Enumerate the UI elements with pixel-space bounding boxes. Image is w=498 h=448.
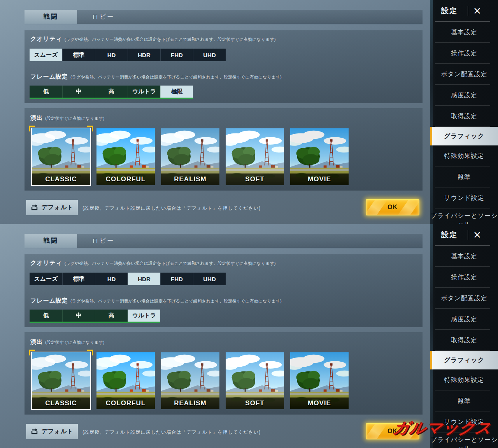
preset-section-header: 演出(設定後すぐに有効になります) (30, 338, 104, 346)
quality-option[interactable]: HD (95, 273, 128, 285)
preset-label: REALISM (161, 173, 219, 185)
sidebar-item-privacy[interactable]: プライバシーとソーシャル (430, 432, 498, 448)
preset-label: CLASSIC (32, 173, 90, 185)
sidebar-item-crosshair[interactable]: 照準 (430, 390, 498, 411)
preset-label: SOFT (226, 173, 284, 185)
sidebar-item-button-layout[interactable]: ボタン配置設定 (430, 288, 498, 309)
frame-options: 低中高ウルトラ極限 (30, 86, 193, 98)
sidebar-item-special-effects[interactable]: 特殊効果設定 (430, 369, 498, 390)
frame-option[interactable]: 高 (95, 310, 128, 322)
sidebar-item-sensitivity[interactable]: 感度設定 (430, 309, 498, 330)
close-icon[interactable]: ✕ (473, 230, 481, 240)
sidebar-item-basic[interactable]: 基本設定 (430, 22, 498, 43)
tab-battle[interactable]: 戦闘 (25, 10, 77, 24)
frame-note: (ラグや発熱、バッテリー消費が多い場合は設定を下げることで緩和されます。設定後す… (70, 75, 282, 79)
quality-option[interactable]: スムーズ (30, 49, 62, 61)
default-button-label: デフォルト (42, 204, 74, 211)
preset-label: CLASSIC (32, 397, 90, 409)
frame-section-header: フレーム設定(ラグや発熱、バッテリー消費が多い場合は設定を下げることで緩和されま… (30, 73, 282, 80)
footer-note: (設定後、デフォルト設定に戻したい場合は「デフォルト」を押してください) (82, 429, 261, 436)
frame-label: フレーム設定 (30, 73, 68, 80)
quality-note: (ラグや発熱、バッテリー消費が多い場合は設定を下げることで緩和されます。設定後す… (65, 37, 276, 42)
sidebar-item-controls[interactable]: 操作設定 (430, 43, 498, 64)
quality-note: (ラグや発熱、バッテリー消費が多い場合は設定を下げることで緩和されます。設定後す… (65, 261, 276, 266)
preset-panel: 演出(設定後すぐに有効になります) (25, 108, 423, 191)
quality-options: スムーズ標準HDHDRFHDUHD (30, 273, 226, 285)
default-button[interactable]: デフォルト (26, 424, 78, 439)
quality-option[interactable]: HDR (128, 49, 160, 61)
frame-option[interactable]: 中 (62, 86, 95, 98)
tab-bar: 戦闘ロビー (25, 10, 423, 24)
quality-label: クオリティ (30, 259, 62, 266)
ok-button[interactable]: OK (366, 199, 419, 215)
settings-title: 設定 (441, 230, 458, 240)
preset-label: SOFT (226, 397, 284, 409)
sidebar-item-pickup[interactable]: 取得設定 (430, 106, 498, 127)
quality-option[interactable]: 標準 (62, 49, 95, 61)
sidebar-item-graphics[interactable]: グラフィック (430, 351, 498, 369)
quality-option[interactable]: FHD (160, 273, 193, 285)
tab-battle[interactable]: 戦闘 (25, 234, 77, 248)
frame-section-header: フレーム設定(ラグや発熱、バッテリー消費が多い場合は設定を下げることで緩和されま… (30, 297, 282, 304)
preset-card-colorful[interactable]: COLORFUL (96, 128, 156, 186)
quality-option[interactable]: HDR (128, 273, 160, 285)
sidebar-item-sound[interactable]: サウンド設定 (430, 411, 498, 432)
quality-option[interactable]: UHD (193, 273, 226, 285)
frame-note: (ラグや発熱、バッテリー消費が多い場合は設定を下げることで緩和されます。設定後す… (70, 299, 282, 303)
sidebar-menu: 基本設定操作設定ボタン配置設定感度設定取得設定グラフィック特殊効果設定照準サウン… (430, 246, 498, 448)
frame-option[interactable]: 低 (30, 86, 62, 98)
preset-card-realism[interactable]: REALISM (160, 352, 220, 410)
frame-option[interactable]: 高 (95, 86, 128, 98)
quality-section-header: クオリティ(ラグや発熱、バッテリー消費が多い場合は設定を下げることで緩和されます… (30, 35, 275, 43)
ok-button-label: OK (388, 204, 398, 210)
preset-card-soft[interactable]: SOFT (225, 128, 285, 186)
preset-card-soft[interactable]: SOFT (225, 352, 285, 410)
sidebar-item-pickup[interactable]: 取得設定 (430, 330, 498, 351)
frame-option[interactable]: ウルトラ (128, 86, 160, 98)
frame-option[interactable]: ウルトラ (128, 310, 160, 322)
sidebar-item-button-layout[interactable]: ボタン配置設定 (430, 64, 498, 85)
preset-card-realism[interactable]: REALISM (160, 128, 220, 186)
tab-lobby[interactable]: ロビー (77, 10, 130, 24)
quality-label: クオリティ (30, 35, 62, 42)
sidebar-item-crosshair[interactable]: 照準 (430, 166, 498, 187)
frame-option[interactable]: 低 (30, 310, 62, 322)
settings-sidebar: 設定 ✕ 基本設定操作設定ボタン配置設定感度設定取得設定グラフィック特殊効果設定… (430, 224, 498, 448)
header-divider (468, 6, 468, 16)
preset-card-colorful[interactable]: COLORFUL (96, 352, 156, 410)
default-button[interactable]: デフォルト (26, 200, 78, 215)
ok-button[interactable]: OK (366, 423, 419, 439)
tab-lobby[interactable]: ロビー (77, 234, 130, 248)
quality-section-header: クオリティ(ラグや発熱、バッテリー消費が多い場合は設定を下げることで緩和されます… (30, 259, 275, 267)
frame-option[interactable]: 中 (62, 310, 95, 322)
quality-option[interactable]: FHD (160, 49, 193, 61)
preset-panel: 演出(設定後すぐに有効になります) (25, 332, 423, 415)
quality-option[interactable]: UHD (193, 49, 226, 61)
preset-card-classic[interactable]: CLASSIC (31, 128, 91, 186)
sidebar-item-privacy[interactable]: プライバシーとソーシャル (430, 208, 498, 224)
preset-label: MOVIE (290, 173, 349, 185)
sidebar-item-controls[interactable]: 操作設定 (430, 267, 498, 288)
header-divider (468, 230, 468, 240)
sidebar-item-special-effects[interactable]: 特殊効果設定 (430, 145, 498, 166)
default-button-label: デフォルト (42, 428, 74, 435)
quality-option[interactable]: 標準 (62, 273, 95, 285)
preset-card-movie[interactable]: MOVIE (289, 352, 349, 410)
preset-label: MOVIE (290, 397, 349, 409)
frame-option[interactable]: 極限 (160, 86, 193, 98)
preset-label-title: 演出 (30, 338, 43, 345)
sidebar-item-sensitivity[interactable]: 感度設定 (430, 85, 498, 106)
sidebar-item-sound[interactable]: サウンド設定 (430, 187, 498, 208)
close-icon[interactable]: ✕ (473, 6, 481, 16)
quality-option[interactable]: スムーズ (30, 273, 62, 285)
sidebar-item-graphics[interactable]: グラフィック (430, 127, 498, 145)
preset-card-movie[interactable]: MOVIE (289, 128, 349, 186)
preset-section-header: 演出(設定後すぐに有効になります) (30, 114, 104, 122)
sidebar-item-basic[interactable]: 基本設定 (430, 246, 498, 267)
preset-card-classic[interactable]: CLASSIC (31, 352, 91, 410)
sidebar-header: 設定 ✕ (430, 0, 498, 22)
reset-icon (31, 429, 39, 435)
quality-option[interactable]: HD (95, 49, 128, 61)
preset-label: REALISM (161, 397, 219, 409)
preset-label: COLORFUL (96, 397, 155, 409)
